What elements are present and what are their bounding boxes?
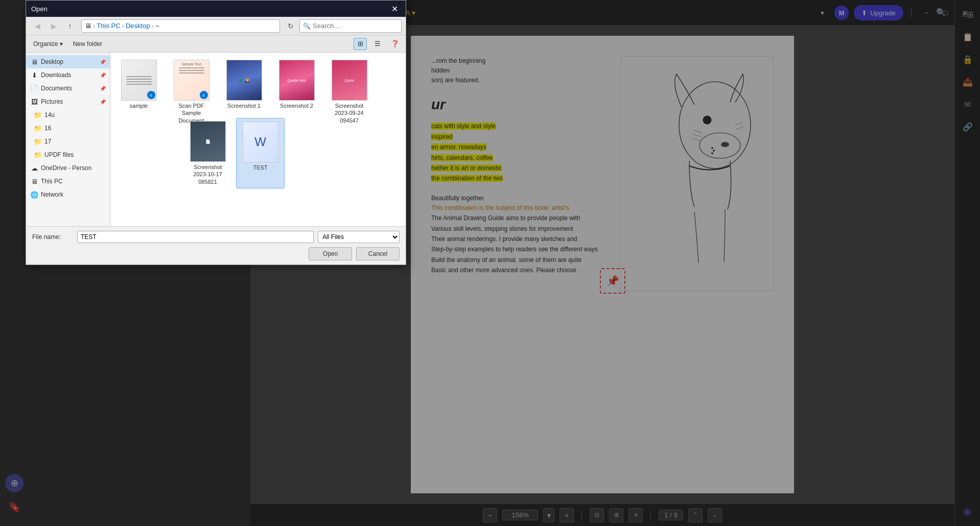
documents-icon: 📄: [30, 85, 38, 92]
file-item-test[interactable]: W TEST: [236, 118, 285, 188]
file-thumb-scanpdf: Sample Text e: [174, 60, 209, 101]
desktop-icon: 🖥: [30, 58, 38, 66]
breadcrumb-icon: 🖥: [85, 22, 91, 30]
up-btn[interactable]: ↑: [63, 19, 77, 33]
filename-label: File name:: [32, 233, 73, 241]
downloads-icon: ⬇: [30, 71, 38, 79]
footer-filename-row: File name: All Files: [32, 231, 400, 243]
dialog-title: Open: [31, 5, 48, 13]
file-thumb-test: W: [243, 122, 278, 162]
view-large-icons-btn[interactable]: ⊞: [354, 38, 367, 50]
edge-badge-scanpdf: e: [200, 91, 208, 99]
dialog-titlebar: Open ✕: [26, 1, 406, 17]
open-file-dialog: Open ✕ ◀ ▶ ↑ 🖥 › This PC › Desktop › ~ ↻…: [26, 0, 406, 265]
refresh-btn[interactable]: ↻: [284, 19, 297, 33]
file-name-screenshot4: Screenshot 2023-10-17 085821: [186, 163, 229, 185]
pin-badge-pictures: 📌: [100, 99, 106, 105]
sidebar-item-16[interactable]: 📁 16: [26, 122, 110, 135]
new-folder-btn[interactable]: New folder: [70, 38, 105, 50]
sidebar-item-downloads[interactable]: ⬇ Downloads 📌: [26, 68, 110, 82]
file-thumb-screenshot4: 📄: [190, 121, 226, 162]
dialog-sidebar: 🖥 Desktop 📌 ⬇ Downloads 📌 📄 Documents 📌 …: [26, 53, 110, 226]
file-name-test: TEST: [253, 164, 267, 171]
filetype-select[interactable]: All Files: [318, 231, 400, 243]
breadcrumb-desktop[interactable]: Desktop: [126, 22, 150, 30]
organize-chevron: ▾: [60, 40, 63, 47]
dialog-nav: ◀ ▶ ↑ 🖥 › This PC › Desktop › ~ ↻ 🔍: [26, 17, 406, 35]
network-icon: 🌐: [30, 191, 38, 199]
breadcrumb-tilde[interactable]: ~: [155, 22, 159, 30]
sidebar-item-network[interactable]: 🌐 Network: [26, 188, 110, 201]
search-box: 🔍: [299, 19, 402, 33]
dialog-toolbar: Organize ▾ New folder ⊞ ☰ ❓: [26, 35, 406, 53]
pin-badge-downloads: 📌: [100, 73, 106, 78]
file-name-screenshot3: Screenshot 2023-09-24 094547: [328, 102, 370, 124]
forward-btn[interactable]: ▶: [46, 19, 61, 33]
sidebar-item-thispc[interactable]: 🖥 This PC: [26, 175, 110, 188]
file-thumb-screenshot2: Quote text: [279, 60, 315, 101]
organize-btn[interactable]: Organize ▾: [30, 38, 66, 50]
thispc-icon: 🖥: [30, 178, 38, 185]
file-item-sample[interactable]: e sample: [114, 57, 163, 188]
file-name-screenshot2: Screenshot 2: [280, 102, 313, 109]
sidebar-item-17[interactable]: 📁 17: [26, 135, 110, 148]
pin-badge-documents: 📌: [100, 86, 106, 91]
search-icon: 🔍: [303, 22, 311, 30]
dialog-footer: File name: All Files Open Cancel: [26, 226, 406, 265]
file-thumb-sample: e: [121, 60, 157, 101]
breadcrumb-bar: 🖥 › This PC › Desktop › ~: [81, 19, 280, 33]
file-item-screenshot3[interactable]: Quote Screenshot 2023-09-24 094547: [325, 57, 374, 188]
pin-badge-desktop: 📌: [100, 59, 106, 65]
file-thumb-screenshot3: Quote: [332, 60, 367, 101]
file-name-screenshot1: Screenshot 1: [227, 102, 261, 109]
folder-14u-icon: 📁: [34, 111, 42, 119]
breadcrumb-thispc[interactable]: This PC: [97, 22, 120, 30]
file-thumb-screenshot1: 🌲 🌄: [226, 60, 262, 101]
file-name-sample: sample: [130, 102, 148, 109]
sidebar-item-pictures[interactable]: 🖼 Pictures 📌: [26, 95, 110, 108]
sidebar-item-desktop[interactable]: 🖥 Desktop 📌: [26, 55, 110, 68]
back-btn[interactable]: ◀: [30, 19, 44, 33]
filename-input[interactable]: [77, 231, 314, 243]
sidebar-item-updf[interactable]: 📁 UPDF files: [26, 148, 110, 161]
folder-17-icon: 📁: [34, 138, 42, 146]
open-btn[interactable]: Open: [309, 247, 352, 260]
footer-buttons: Open Cancel: [32, 247, 400, 260]
sidebar-item-documents[interactable]: 📄 Documents 📌: [26, 82, 110, 95]
file-item-screenshot4[interactable]: 📄 Screenshot 2023-10-17 085821: [183, 118, 232, 188]
dialog-files-area: e sample Sample Text e Scan PDF Sample D…: [110, 53, 406, 226]
pictures-icon: 🖼: [30, 98, 38, 106]
view-list-btn[interactable]: ☰: [371, 38, 384, 50]
folder-16-icon: 📁: [34, 125, 42, 132]
edge-badge-sample: e: [147, 91, 155, 99]
dialog-close-btn[interactable]: ✕: [388, 3, 401, 15]
onedrive-icon: ☁: [30, 164, 38, 172]
sidebar-item-14u[interactable]: 📁 14u: [26, 108, 110, 122]
dialog-body: 🖥 Desktop 📌 ⬇ Downloads 📌 📄 Documents 📌 …: [26, 53, 406, 226]
cancel-btn[interactable]: Cancel: [356, 247, 400, 260]
search-input[interactable]: [313, 22, 399, 30]
sidebar-item-onedrive[interactable]: ☁ OneDrive - Person: [26, 161, 110, 175]
folder-updf-icon: 📁: [34, 151, 42, 159]
help-btn[interactable]: ❓: [388, 38, 402, 50]
